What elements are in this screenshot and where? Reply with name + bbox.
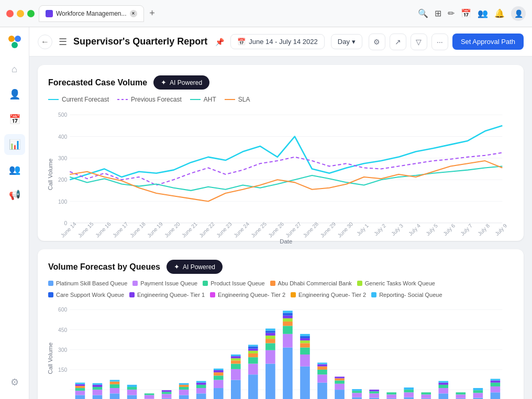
- users-icon[interactable]: 👥: [478, 8, 488, 18]
- ai-icon: ✦: [174, 263, 180, 271]
- forecasted-chart-svg: 500 400 300 200 100 0 Call Volume: [48, 109, 513, 228]
- legend-line-current: [48, 99, 59, 100]
- svg-rect-97: [214, 369, 224, 370]
- label-eng-tier1: Engineering Queue- Tier 1: [137, 292, 205, 298]
- maximize-window-btn[interactable]: [27, 10, 35, 17]
- more-options-btn[interactable]: ···: [431, 34, 448, 50]
- svg-text:June 19: June 19: [146, 221, 164, 239]
- legend-label-previous: Previous Forecast: [131, 96, 182, 103]
- svg-rect-61: [93, 395, 103, 399]
- svg-point-0: [8, 36, 15, 42]
- svg-text:June 21: June 21: [181, 221, 198, 239]
- svg-rect-60: [75, 383, 85, 384]
- sidebar-item-home[interactable]: ⌂: [4, 59, 25, 80]
- label-platinum: Platinum Skill Based Queue: [56, 280, 127, 286]
- bar-july7: [473, 388, 483, 399]
- day-selector[interactable]: Day ▾: [331, 34, 362, 49]
- bar-june27: [300, 334, 310, 399]
- svg-rect-158: [386, 392, 396, 394]
- label-generic: Generic Tasks Work Queue: [365, 280, 435, 286]
- volume-by-queues-card: Volume Forecast by Queues ✦ AI Powered P…: [38, 249, 524, 399]
- svg-rect-94: [214, 375, 224, 380]
- svg-rect-135: [300, 336, 310, 338]
- back-button[interactable]: ←: [38, 35, 52, 49]
- svg-rect-144: [335, 384, 345, 390]
- svg-text:June 22: June 22: [198, 221, 216, 239]
- bar-june26: [283, 311, 293, 399]
- legend-payment: Payment Issue Queue: [132, 280, 197, 286]
- chart-header: Forecasted Case Volume ✦ AI Powered: [48, 75, 513, 90]
- sidebar-item-megaphone[interactable]: 📢: [4, 184, 25, 205]
- share-btn[interactable]: ↗: [390, 34, 406, 50]
- active-tab[interactable]: Workforce Managemen... ×: [39, 5, 144, 22]
- edit-icon[interactable]: ✏: [448, 8, 455, 18]
- bar-june24: [248, 345, 258, 399]
- svg-rect-141: [317, 364, 327, 367]
- set-approval-path-button[interactable]: Set Approval Path: [452, 34, 524, 50]
- svg-rect-81: [162, 390, 172, 392]
- menu-icon[interactable]: ☰: [59, 36, 67, 48]
- svg-text:450: 450: [58, 327, 67, 333]
- bar-june30: [352, 389, 362, 399]
- svg-rect-164: [421, 395, 431, 398]
- avatar[interactable]: 👤: [511, 6, 526, 21]
- grid-icon[interactable]: ⊞: [435, 8, 441, 18]
- svg-text:June 20: June 20: [163, 221, 181, 239]
- content-area: Forecasted Case Volume ✦ AI Powered Curr…: [29, 57, 532, 399]
- sidebar-item-settings[interactable]: ⚙: [4, 372, 25, 393]
- svg-rect-98: [231, 380, 241, 399]
- svg-rect-121: [283, 348, 293, 399]
- sidebar-item-people[interactable]: 👥: [4, 159, 25, 180]
- svg-text:June 29: June 29: [319, 221, 337, 239]
- svg-rect-55: [75, 395, 85, 399]
- sidebar-item-profile[interactable]: 👤: [4, 84, 25, 105]
- svg-text:July 9: July 9: [494, 223, 508, 237]
- svg-rect-116: [265, 339, 275, 343]
- svg-rect-120: [265, 329, 275, 331]
- svg-rect-180: [491, 383, 501, 386]
- bar-june19: [162, 390, 172, 399]
- svg-rect-79: [162, 394, 172, 398]
- svg-text:June 30: June 30: [337, 221, 354, 239]
- svg-text:June 28: June 28: [302, 221, 320, 239]
- legend-line-previous: [117, 99, 128, 100]
- svg-text:June 26: June 26: [267, 221, 285, 239]
- svg-rect-175: [473, 393, 483, 397]
- label-eng-tier2b: Engineering Queue- Tier 2: [298, 292, 366, 298]
- svg-rect-122: [283, 334, 293, 348]
- close-window-btn[interactable]: [6, 10, 14, 17]
- search-icon[interactable]: 🔍: [418, 8, 428, 18]
- calendar-icon[interactable]: 📅: [461, 8, 471, 18]
- svg-rect-84: [179, 387, 189, 390]
- sidebar-item-calendar[interactable]: 📅: [4, 109, 25, 130]
- svg-rect-108: [248, 353, 258, 357]
- sidebar: ⌂ 👤 📅 📊 👥 📢 ⚙: [0, 27, 29, 399]
- forecasted-case-volume-card: Forecasted Case Volume ✦ AI Powered Curr…: [38, 65, 524, 241]
- svg-point-2: [12, 42, 18, 48]
- svg-rect-77: [145, 394, 154, 395]
- sidebar-item-chart[interactable]: 📊: [4, 134, 25, 155]
- svg-text:June 27: June 27: [285, 221, 303, 239]
- minimize-window-btn[interactable]: [17, 10, 24, 17]
- svg-rect-113: [265, 364, 275, 399]
- filter-btn[interactable]: ▽: [411, 34, 427, 50]
- tab-close-btn[interactable]: ×: [130, 10, 137, 17]
- filter-settings-btn[interactable]: ⚙: [369, 34, 385, 50]
- dot-eng-tier2a: [210, 292, 215, 297]
- svg-rect-92: [214, 388, 224, 399]
- new-tab-btn[interactable]: +: [146, 7, 159, 20]
- svg-rect-168: [439, 385, 449, 388]
- label-payment: Payment Issue Queue: [140, 280, 197, 286]
- bell-icon[interactable]: 🔔: [494, 8, 505, 18]
- svg-rect-101: [231, 361, 241, 364]
- ai-label: AI Powered: [170, 79, 202, 86]
- svg-rect-107: [248, 357, 258, 363]
- svg-rect-153: [369, 394, 379, 398]
- dot-eng-tier2b: [291, 292, 296, 297]
- svg-rect-142: [317, 363, 327, 364]
- pin-icon[interactable]: 📌: [215, 38, 224, 46]
- forecasted-chart-title: Forecasted Case Volume: [48, 78, 147, 87]
- date-range-picker[interactable]: 📅 June 14 - July 14 2022: [230, 34, 325, 49]
- legend-label-sla: SLA: [238, 96, 250, 103]
- svg-rect-125: [283, 318, 293, 322]
